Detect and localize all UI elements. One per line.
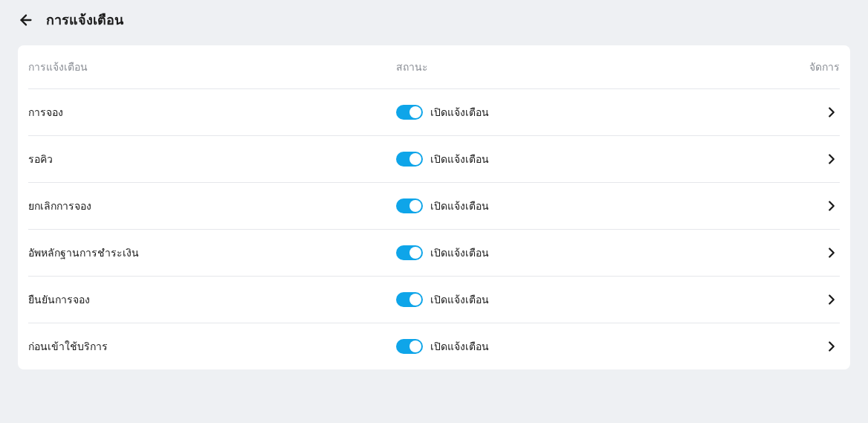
row-action-button[interactable] [795, 104, 840, 120]
toggle-knob [409, 247, 421, 259]
status-label: เปิดแจ้งเตือน [430, 151, 489, 167]
toggle-switch[interactable] [396, 198, 423, 213]
notification-name: ยืนยันการจอง [28, 291, 396, 308]
column-header-name: การแจ้งเตือน [28, 59, 396, 75]
toggle-switch[interactable] [396, 245, 423, 260]
notification-row: การจอง เปิดแจ้งเตือน [28, 89, 840, 136]
toggle-knob [409, 106, 421, 118]
row-action-button[interactable] [795, 245, 840, 261]
notification-row: รอคิว เปิดแจ้งเตือน [28, 136, 840, 183]
toggle-switch[interactable] [396, 105, 423, 120]
row-action-button[interactable] [795, 338, 840, 355]
row-action-button[interactable] [795, 151, 840, 167]
toggle-knob [409, 200, 421, 212]
notification-name: ก่อนเข้าใช้บริการ [28, 338, 396, 355]
notification-status: เปิดแจ้งเตือน [396, 151, 795, 167]
status-label: เปิดแจ้งเตือน [430, 291, 489, 308]
notification-row: ก่อนเข้าใช้บริการ เปิดแจ้งเตือน [28, 323, 840, 369]
chevron-right-icon [823, 338, 840, 355]
notification-status: เปิดแจ้งเตือน [396, 198, 795, 214]
notification-name: การจอง [28, 104, 396, 120]
notification-row: อัพหลักฐานการชำระเงิน เปิดแจ้งเตือน [28, 230, 840, 277]
chevron-right-icon [823, 104, 840, 120]
notification-status: เปิดแจ้งเตือน [396, 291, 795, 308]
notifications-card: การแจ้งเตือน สถานะ จัดการ การจอง เปิดแจ้… [18, 45, 850, 369]
toggle-knob [409, 153, 421, 165]
table-header: การแจ้งเตือน สถานะ จัดการ [28, 45, 840, 89]
row-action-button[interactable] [795, 291, 840, 308]
toggle-switch[interactable] [396, 339, 423, 354]
page-header: การแจ้งเตือน [18, 9, 850, 30]
toggle-switch[interactable] [396, 152, 423, 167]
chevron-right-icon [823, 198, 840, 214]
toggle-knob [409, 340, 421, 352]
status-label: เปิดแจ้งเตือน [430, 104, 489, 120]
status-label: เปิดแจ้งเตือน [430, 198, 489, 214]
chevron-right-icon [823, 151, 840, 167]
notification-status: เปิดแจ้งเตือน [396, 245, 795, 261]
notification-status: เปิดแจ้งเตือน [396, 104, 795, 120]
notification-name: รอคิว [28, 151, 396, 167]
back-button[interactable] [18, 12, 34, 28]
status-label: เปิดแจ้งเตือน [430, 245, 489, 261]
notification-name: ยกเลิกการจอง [28, 198, 396, 214]
page-title: การแจ้งเตือน [46, 9, 123, 30]
toggle-switch[interactable] [396, 292, 423, 307]
arrow-left-icon [18, 12, 34, 28]
toggle-knob [409, 294, 421, 306]
chevron-right-icon [823, 245, 840, 261]
column-header-status: สถานะ [396, 59, 795, 75]
chevron-right-icon [823, 291, 840, 308]
notification-status: เปิดแจ้งเตือน [396, 338, 795, 355]
row-action-button[interactable] [795, 198, 840, 214]
notification-row: ยกเลิกการจอง เปิดแจ้งเตือน [28, 183, 840, 230]
notification-row: ยืนยันการจอง เปิดแจ้งเตือน [28, 277, 840, 323]
notification-name: อัพหลักฐานการชำระเงิน [28, 245, 396, 261]
column-header-action: จัดการ [795, 59, 840, 75]
status-label: เปิดแจ้งเตือน [430, 338, 489, 355]
